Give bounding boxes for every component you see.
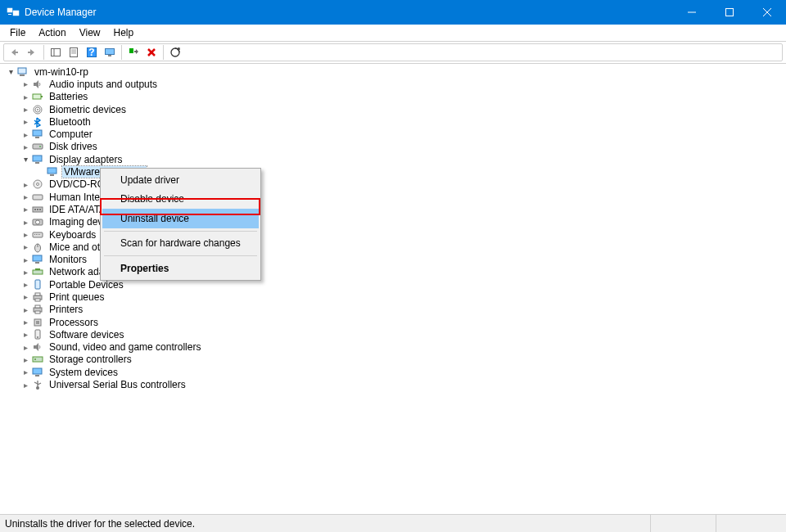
- help-icon[interactable]: ?: [84, 44, 100, 61]
- tree-node-sound[interactable]: ▸Sound, video and game controllers: [5, 341, 784, 354]
- tree-node-audio[interactable]: ▸Audio inputs and outputs: [5, 78, 784, 90]
- svg-rect-8: [28, 52, 31, 53]
- chevron-right-icon[interactable]: ▸: [20, 255, 31, 264]
- tree-node-display[interactable]: ▾Display adapters: [5, 153, 784, 165]
- svg-rect-35: [35, 162, 39, 164]
- svg-rect-51: [39, 234, 40, 235]
- chevron-right-icon[interactable]: ▸: [20, 180, 31, 189]
- tree-node-printers[interactable]: ▸Printers: [5, 304, 784, 316]
- disc-icon: [31, 178, 44, 191]
- chevron-right-icon[interactable]: ▸: [20, 242, 31, 251]
- chevron-right-icon[interactable]: ▸: [20, 355, 31, 364]
- context-item-label: Update driver: [120, 174, 179, 186]
- tree-node-storage[interactable]: ▸Storage controllers: [5, 354, 784, 366]
- svg-point-39: [37, 183, 39, 186]
- chevron-right-icon[interactable]: ▸: [20, 343, 31, 352]
- screen-icon[interactable]: [102, 44, 118, 61]
- tree-label: Software devices: [47, 329, 125, 340]
- battery-icon: [31, 90, 44, 103]
- tree-node-system[interactable]: ▸System devices: [5, 366, 784, 378]
- tree-node-processors[interactable]: ▸Processors: [5, 316, 784, 328]
- context-item-label: Scan for hardware changes: [120, 237, 241, 249]
- printer-icon: [31, 303, 44, 316]
- chevron-right-icon[interactable]: ▸: [20, 292, 31, 301]
- close-button[interactable]: [748, 0, 786, 25]
- chevron-right-icon[interactable]: ▸: [20, 79, 31, 88]
- chevron-down-icon[interactable]: ▾: [5, 67, 16, 76]
- tree-label: Display adapters: [47, 154, 124, 165]
- tree-node-printq[interactable]: ▸Print queues: [5, 291, 784, 303]
- forward-button[interactable]: [24, 44, 40, 61]
- chevron-right-icon[interactable]: ▸: [20, 192, 31, 201]
- chevron-right-icon[interactable]: ▸: [20, 130, 31, 139]
- chevron-right-icon[interactable]: ▸: [20, 205, 31, 214]
- tree-node-disk[interactable]: ▸Disk drives: [5, 141, 784, 153]
- svg-rect-32: [33, 144, 43, 149]
- tree-node-bluetooth[interactable]: ▸Bluetooth: [5, 115, 784, 128]
- svg-point-33: [39, 146, 41, 147]
- disk-icon: [31, 140, 44, 153]
- menu-file[interactable]: File: [3, 25, 32, 40]
- tree-label: System devices: [47, 367, 120, 378]
- tree-node-biometric[interactable]: ▸Biometric devices: [5, 103, 784, 115]
- device-tree-panel[interactable]: ▾ vm-win10-rp ▸Audio inputs and outputs …: [2, 64, 784, 514]
- svg-rect-31: [35, 137, 39, 138]
- tree-label: Universal Serial Bus controllers: [47, 379, 187, 390]
- properties-icon[interactable]: [66, 44, 82, 61]
- svg-rect-1: [13, 11, 19, 16]
- chevron-right-icon[interactable]: ▸: [20, 280, 31, 289]
- chevron-down-icon[interactable]: ▾: [20, 155, 31, 164]
- svg-rect-9: [52, 49, 61, 56]
- chevron-right-icon[interactable]: ▸: [20, 117, 31, 126]
- tree-label: Bluetooth: [47, 116, 93, 128]
- chevron-right-icon[interactable]: ▸: [20, 367, 31, 376]
- menu-view[interactable]: View: [73, 25, 107, 40]
- tree-node-batteries[interactable]: ▸Batteries: [5, 91, 784, 103]
- show-hide-console-icon[interactable]: [47, 44, 64, 61]
- context-properties[interactable]: Properties: [102, 259, 259, 278]
- chevron-right-icon[interactable]: ▸: [20, 105, 31, 114]
- maximize-button[interactable]: [711, 0, 748, 25]
- svg-point-46: [36, 220, 40, 224]
- tree-root[interactable]: ▾ vm-win10-rp: [5, 65, 784, 78]
- usb-icon: [31, 378, 44, 391]
- chevron-right-icon[interactable]: ▸: [20, 268, 31, 277]
- context-separator: [104, 255, 257, 256]
- toolbar-separator: [121, 45, 122, 60]
- network-icon: [31, 265, 44, 278]
- tree-node-software[interactable]: ▸Software devices: [5, 328, 784, 340]
- tree-node-computer[interactable]: ▸Computer: [5, 128, 784, 140]
- tree-label: Monitors: [47, 254, 88, 265]
- printer-icon: [31, 291, 44, 304]
- tree-node-usb[interactable]: ▸Universal Serial Bus controllers: [5, 378, 784, 390]
- context-uninstall-device[interactable]: Uninstall device: [102, 209, 259, 228]
- chevron-right-icon[interactable]: ▸: [20, 318, 31, 327]
- scan-hardware-icon[interactable]: [167, 44, 183, 61]
- svg-rect-49: [36, 234, 37, 235]
- context-scan-hardware[interactable]: Scan for hardware changes: [102, 234, 259, 254]
- chevron-right-icon[interactable]: ▸: [20, 218, 31, 227]
- software-device-icon: [31, 328, 44, 341]
- portable-device-icon: [31, 278, 44, 291]
- display-adapter-icon: [31, 153, 44, 166]
- svg-rect-19: [129, 48, 133, 53]
- back-button[interactable]: [6, 44, 22, 61]
- chevron-right-icon[interactable]: ▸: [20, 330, 31, 339]
- svg-rect-48: [34, 234, 35, 235]
- toolbar-separator: [163, 45, 164, 60]
- minimize-button[interactable]: [673, 0, 711, 25]
- uninstall-icon[interactable]: [143, 44, 160, 61]
- update-driver-icon[interactable]: [125, 44, 142, 61]
- chevron-right-icon[interactable]: ▸: [20, 305, 31, 314]
- context-disable-device[interactable]: Disable device: [102, 190, 259, 210]
- svg-rect-63: [35, 305, 40, 308]
- context-update-driver[interactable]: Update driver: [102, 170, 259, 190]
- svg-rect-50: [38, 234, 38, 235]
- chevron-right-icon[interactable]: ▸: [20, 142, 31, 151]
- chevron-right-icon[interactable]: ▸: [20, 381, 31, 390]
- chevron-right-icon[interactable]: ▸: [20, 230, 31, 239]
- status-text: Uninstalls the driver for the selected d…: [5, 518, 650, 530]
- chevron-right-icon[interactable]: ▸: [20, 92, 31, 101]
- menu-action[interactable]: Action: [32, 25, 72, 40]
- menu-help[interactable]: Help: [107, 25, 141, 40]
